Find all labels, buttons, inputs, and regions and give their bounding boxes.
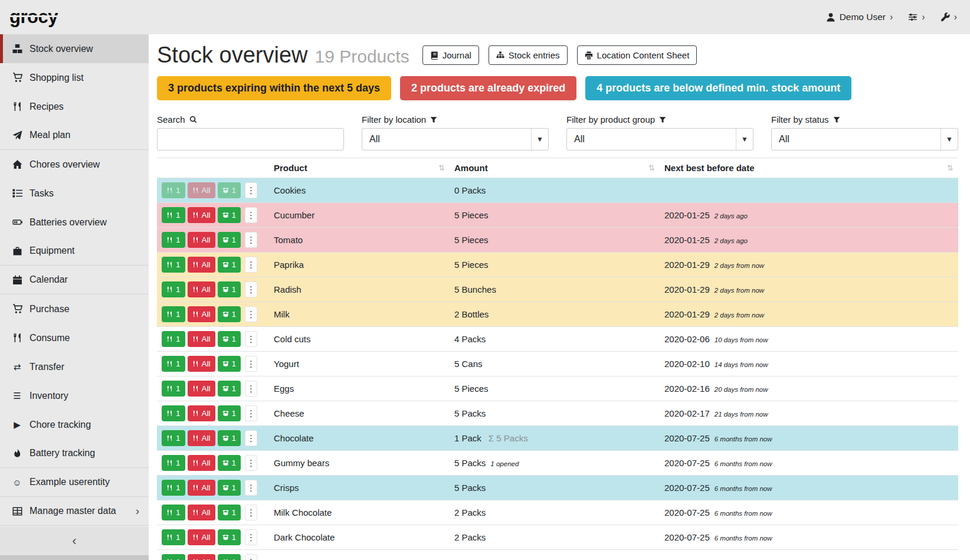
row-menu-button[interactable]: ⋮ (245, 505, 257, 520)
consume-one-button[interactable]: 1 (162, 281, 185, 297)
table-header-date[interactable]: Next best before date⇅ (660, 158, 958, 178)
open-one-button[interactable]: 1 (218, 281, 241, 297)
sidebar-item-meal-plan[interactable]: Meal plan (0, 121, 149, 150)
consume-all-button[interactable]: All (188, 356, 215, 372)
row-menu-button[interactable]: ⋮ (245, 430, 257, 446)
consume-one-button[interactable]: 1 (162, 232, 185, 248)
journal-button[interactable]: Journal (422, 45, 479, 65)
status-banner-2[interactable]: 4 products are below defined min. stock … (585, 76, 851, 100)
consume-all-button[interactable]: All (188, 232, 215, 248)
open-one-button[interactable]: 1 (218, 232, 241, 248)
consume-all-button[interactable]: All (188, 331, 215, 347)
table-header-product[interactable]: Product⇅ (269, 158, 450, 178)
consume-one-button[interactable]: 1 (162, 306, 185, 322)
location-content-sheet-button[interactable]: Location Content Sheet (577, 45, 697, 65)
row-menu-button[interactable]: ⋮ (245, 232, 257, 248)
consume-all-button[interactable]: All (188, 405, 215, 421)
sidebar-item-stock-overview[interactable]: Stock overview (0, 34, 149, 63)
row-menu-button[interactable]: ⋮ (245, 480, 257, 496)
open-one-button[interactable]: 1 (218, 306, 241, 322)
table-header-amount[interactable]: Amount⇅ (450, 158, 660, 178)
row-menu-button[interactable]: ⋮ (245, 207, 257, 223)
open-one-button[interactable]: 1 (218, 381, 241, 397)
open-one-button[interactable]: 1 (218, 257, 241, 273)
consume-one-button[interactable]: 1 (162, 505, 185, 520)
consume-all-button[interactable]: All (188, 430, 215, 446)
row-menu-button[interactable]: ⋮ (245, 554, 257, 560)
consume-one-button[interactable]: 1 (162, 480, 185, 496)
consume-one-button[interactable]: 1 (162, 430, 185, 446)
row-menu-button[interactable]: ⋮ (245, 529, 257, 545)
consume-one-button[interactable]: 1 (162, 529, 185, 545)
row-menu-button[interactable]: ⋮ (245, 331, 257, 347)
consume-all-button[interactable]: All (188, 480, 215, 496)
product-name: Gummy bears (269, 451, 450, 476)
amount-value: 5 Pieces (454, 235, 489, 245)
stock-entries-button[interactable]: Stock entries (489, 45, 568, 65)
consume-all-button[interactable]: All (188, 554, 215, 560)
consume-one-button[interactable]: 1 (162, 405, 185, 421)
sidebar-item-consume[interactable]: Consume (0, 323, 149, 352)
consume-one-button[interactable]: 1 (162, 182, 185, 198)
admin-menu[interactable]: › (940, 12, 957, 22)
open-one-button[interactable]: 1 (218, 331, 241, 347)
consume-one-button[interactable]: 1 (162, 381, 185, 397)
row-menu-button[interactable]: ⋮ (245, 182, 257, 198)
open-one-button[interactable]: 1 (218, 405, 241, 421)
sidebar-item-recipes[interactable]: Recipes (0, 92, 149, 121)
consume-all-button[interactable]: All (188, 306, 215, 322)
sidebar-item-transfer[interactable]: ⇄ Transfer (0, 352, 149, 381)
open-one-button[interactable]: 1 (218, 430, 241, 446)
row-menu-button[interactable]: ⋮ (245, 281, 257, 297)
row-menu-button[interactable]: ⋮ (245, 257, 257, 273)
consume-all-button[interactable]: All (188, 182, 215, 198)
sidebar-item-equipment[interactable]: Equipment (0, 237, 149, 266)
consume-one-button[interactable]: 1 (162, 257, 185, 273)
sidebar-collapse-button[interactable]: ‹ (0, 527, 149, 555)
consume-all-button[interactable]: All (188, 381, 215, 397)
sidebar-item-battery-tracking[interactable]: Battery tracking (0, 439, 149, 468)
search-input[interactable] (157, 128, 344, 150)
settings-menu[interactable]: › (908, 12, 925, 22)
row-menu-button[interactable]: ⋮ (245, 381, 257, 397)
consume-all-button[interactable]: All (188, 207, 215, 223)
open-one-button[interactable]: 1 (218, 455, 241, 471)
consume-one-button[interactable]: 1 (162, 331, 185, 347)
row-menu-button[interactable]: ⋮ (245, 306, 257, 322)
sidebar-item-inventory[interactable]: ☰ Inventory (0, 381, 149, 410)
sidebar-item-chores-overview[interactable]: Chores overview (0, 150, 149, 179)
sidebar-item-example-userentity[interactable]: ☺ Example userentity (0, 468, 149, 497)
consume-one-button[interactable]: 1 (162, 207, 185, 223)
location-filter-select[interactable]: All ▼ (362, 128, 549, 150)
open-one-button[interactable]: 1 (218, 207, 241, 223)
open-one-button[interactable]: 1 (218, 182, 241, 198)
status-banner-1[interactable]: 2 products are already expired (400, 76, 576, 100)
consume-all-button[interactable]: All (188, 529, 215, 545)
status-filter-select[interactable]: All ▼ (771, 128, 958, 150)
status-banner-0[interactable]: 3 products expiring within the next 5 da… (157, 76, 391, 100)
sidebar-item-shopping-list[interactable]: Shopping list (0, 63, 149, 92)
consume-one-button[interactable]: 1 (162, 554, 185, 560)
consume-one-button[interactable]: 1 (162, 455, 185, 471)
sidebar-item-calendar[interactable]: Calendar (0, 266, 149, 294)
sidebar-item-batteries-overview[interactable]: Batteries overview (0, 208, 149, 237)
open-one-button[interactable]: 1 (218, 529, 241, 545)
consume-all-button[interactable]: All (188, 281, 215, 297)
sidebar-item-manage-master-data[interactable]: Manage master data › (0, 497, 149, 526)
consume-all-button[interactable]: All (188, 455, 215, 471)
user-menu[interactable]: Demo User › (826, 12, 893, 22)
sidebar-item-chore-tracking[interactable]: ▶ Chore tracking (0, 410, 149, 439)
product-group-filter-select[interactable]: All ▼ (566, 128, 753, 150)
sidebar-item-tasks[interactable]: Tasks (0, 179, 149, 208)
open-one-button[interactable]: 1 (218, 554, 241, 560)
sidebar-item-purchase[interactable]: Purchase (0, 294, 149, 323)
row-menu-button[interactable]: ⋮ (245, 356, 257, 372)
consume-one-button[interactable]: 1 (162, 356, 185, 372)
consume-all-button[interactable]: All (188, 257, 215, 273)
consume-all-button[interactable]: All (188, 505, 215, 520)
row-menu-button[interactable]: ⋮ (245, 455, 257, 471)
open-one-button[interactable]: 1 (218, 356, 241, 372)
row-menu-button[interactable]: ⋮ (245, 405, 257, 421)
open-one-button[interactable]: 1 (218, 505, 241, 520)
open-one-button[interactable]: 1 (218, 480, 241, 496)
